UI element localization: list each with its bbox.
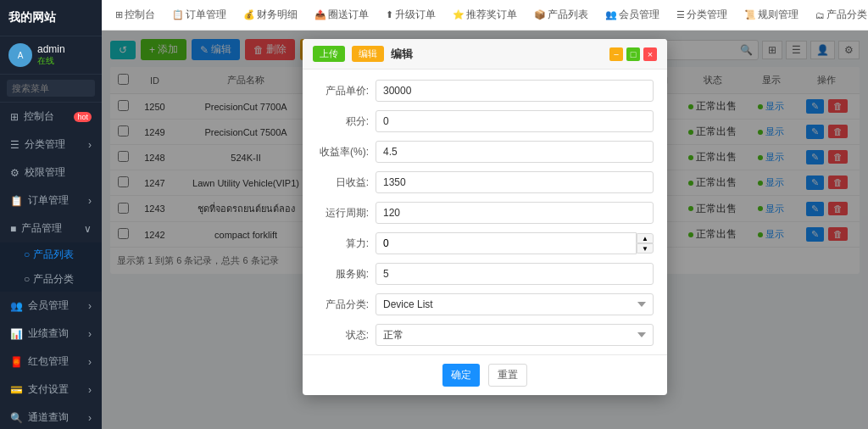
sidebar-item-label: 会员管理: [28, 298, 69, 313]
sidebar-item-product-cat[interactable]: ○ 产品分类: [0, 267, 102, 292]
topnav-send-order[interactable]: 📤 圈送订单: [308, 4, 376, 25]
product-mgmt-icon: ■: [10, 223, 16, 235]
redpacket-icon: 🧧: [10, 356, 23, 368]
member-icon: 👥: [10, 300, 23, 312]
avatar: A: [8, 43, 32, 67]
field-product-price: 产品单价:: [316, 80, 654, 102]
modal-header: 上传 编辑 编辑 − □ ×: [303, 39, 667, 70]
sidebar-item-label: 业绩查询: [28, 326, 69, 341]
modal-body: 产品单价: 积分: 收益率(%): 日收益:: [303, 70, 667, 354]
topnav-dashboard[interactable]: ⊞ 控制台: [108, 4, 162, 25]
sidebar-item-restrict[interactable]: ⚙ 校限管理: [0, 159, 102, 187]
power-input[interactable]: [376, 232, 637, 254]
sidebar-item-label: 分类管理: [25, 137, 65, 152]
username: admin: [37, 43, 65, 55]
power-decrement[interactable]: ▼: [637, 243, 654, 254]
sidebar-user: A admin 在线: [0, 36, 102, 75]
field-category: 产品分类: Device List 分类一 分类二: [316, 293, 654, 315]
dashboard-icon: ⊞: [10, 111, 19, 123]
service-input[interactable]: [376, 263, 654, 285]
topnav-finance[interactable]: 💰 财务明细: [236, 4, 304, 25]
sidebar-item-performance[interactable]: 📊 业绩查询 ›: [0, 320, 102, 348]
field-service: 服务购:: [316, 263, 654, 285]
sidebar-item-label: 控制台: [24, 109, 54, 124]
sidebar-item-order[interactable]: 📋 订单管理 ›: [0, 187, 102, 214]
power-increment[interactable]: ▲: [637, 233, 654, 243]
sidebar-item-member[interactable]: 👥 会员管理 ›: [0, 292, 102, 320]
chevron-right-icon: ›: [88, 384, 92, 396]
sidebar-item-redpacket[interactable]: 🧧 红包管理 ›: [0, 348, 102, 376]
modal-reset-button[interactable]: 重置: [488, 364, 527, 387]
user-info: admin 在线: [37, 43, 65, 67]
modal-editimg-button[interactable]: 编辑: [352, 46, 384, 62]
category-label: 产品分类:: [316, 298, 376, 312]
field-status: 状态: 正常 下架: [316, 324, 654, 346]
field-rate: 收益率(%):: [316, 141, 654, 163]
sidebar-item-label: 红包管理: [28, 354, 69, 369]
sidebar-item-dashboard[interactable]: ⊞ 控制台 hot: [0, 103, 102, 131]
search-input[interactable]: [7, 80, 95, 97]
hot-badge: hot: [74, 112, 92, 122]
topnav-recommend[interactable]: ⭐ 推荐奖订单: [446, 4, 524, 25]
modal-header-buttons: − □ ×: [609, 47, 657, 61]
modal-footer: 确定 重置: [303, 354, 667, 395]
modal-close-button[interactable]: ×: [643, 47, 657, 61]
chevron-right-icon: ›: [88, 195, 92, 207]
field-power: 算力: ▲ ▼: [316, 232, 654, 254]
sidebar-subitem-label: 产品分类: [33, 273, 74, 285]
rate-label: 收益率(%):: [316, 145, 376, 159]
sidebar-search[interactable]: [0, 75, 102, 103]
period-input[interactable]: [376, 202, 654, 224]
power-number-input: ▲ ▼: [376, 232, 654, 254]
topnav-product-cat[interactable]: 🗂 产品分类: [809, 4, 868, 25]
chevron-right-icon: ›: [88, 356, 92, 368]
topnav-rules[interactable]: 📜 规则管理: [737, 4, 805, 25]
restrict-icon: ⚙: [10, 167, 19, 179]
service-label: 服务购:: [316, 267, 376, 281]
category-select[interactable]: Device List 分类一 分类二: [376, 293, 654, 315]
topnav-member[interactable]: 👥 会员管理: [598, 4, 666, 25]
product-price-input[interactable]: [376, 80, 654, 102]
chevron-right-icon: ›: [88, 139, 92, 151]
performance-icon: 📊: [10, 328, 23, 340]
power-stepper: ▲ ▼: [637, 233, 654, 254]
edit-modal: 上传 编辑 编辑 − □ × 产品单价:: [303, 39, 667, 395]
user-status: 在线: [37, 55, 65, 67]
sidebar-subitem-label: 产品列表: [33, 248, 74, 260]
topnav-upgrade[interactable]: ⬆ 升级订单: [379, 4, 442, 25]
modal-maximize-button[interactable]: □: [626, 47, 640, 61]
payment-icon: 💳: [10, 384, 23, 396]
topnav-product[interactable]: 📦 产品列表: [527, 4, 595, 25]
order-icon: 📋: [10, 195, 23, 207]
sidebar-item-channel[interactable]: 🔍 通道查询 ›: [0, 404, 102, 429]
topnav-order[interactable]: 📋 订单管理: [165, 4, 233, 25]
score-input[interactable]: [376, 110, 654, 132]
sidebar-item-label: 校限管理: [25, 165, 65, 180]
rate-input[interactable]: [376, 141, 654, 163]
content-area: ↺ + 添加 ✎ 编辑 🗑 删除 ↑ 导入 ⋯ 更多 🔍 ⊞ ☰ 👤 ⚙: [102, 31, 868, 429]
category-icon: ☰: [10, 139, 19, 151]
topnav-score[interactable]: ☰ 分类管理: [670, 4, 734, 25]
sidebar-logo: 我的网站: [0, 0, 102, 36]
modal-title: 编辑: [391, 47, 413, 62]
field-score: 积分:: [316, 110, 654, 132]
modal-overlay: 上传 编辑 编辑 − □ × 产品单价:: [102, 31, 868, 429]
field-period: 运行周期:: [316, 202, 654, 224]
chevron-right-icon: ›: [88, 412, 92, 424]
chevron-right-icon: ›: [88, 300, 92, 312]
modal-upload-button[interactable]: 上传: [313, 46, 345, 62]
sidebar-item-label: 通道查询: [28, 410, 69, 425]
product-submenu: ○ 产品列表 ○ 产品分类: [0, 242, 102, 292]
modal-minimize-button[interactable]: −: [609, 47, 623, 61]
score-label: 积分:: [316, 114, 376, 129]
status-select[interactable]: 正常 下架: [376, 324, 654, 346]
sidebar-item-category[interactable]: ☰ 分类管理 ›: [0, 131, 102, 159]
modal-confirm-button[interactable]: 确定: [442, 364, 480, 387]
sidebar-item-product-mgmt[interactable]: ■ 产品管理 ∨: [0, 214, 102, 242]
sidebar-menu: ⊞ 控制台 hot ☰ 分类管理 › ⚙ 校限管理 📋 订单管理 ›: [0, 103, 102, 429]
sidebar-item-product-list[interactable]: ○ 产品列表: [0, 242, 102, 267]
chevron-right-icon: ›: [88, 328, 92, 340]
sidebar-item-label: 订单管理: [28, 193, 69, 208]
daily-input[interactable]: [376, 171, 654, 193]
sidebar-item-payment[interactable]: 💳 支付设置 ›: [0, 376, 102, 404]
